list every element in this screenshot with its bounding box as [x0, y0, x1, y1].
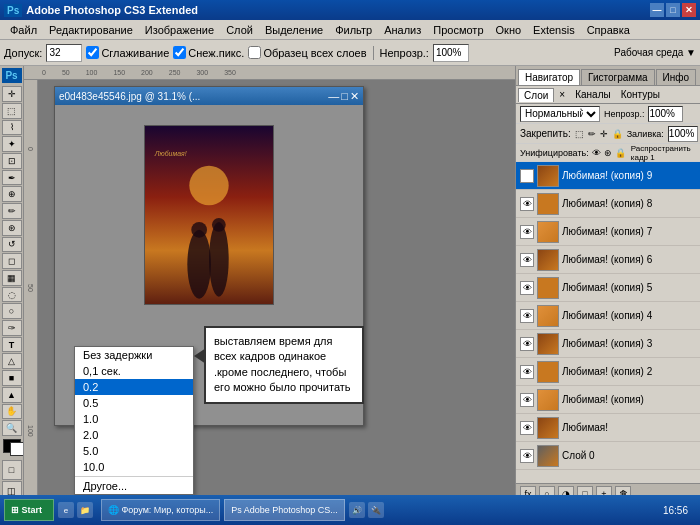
tool-gradient[interactable]: ▦ [2, 270, 22, 286]
unify-icon2[interactable]: ⊛ [604, 148, 612, 158]
time-10[interactable]: 1.0 [75, 411, 193, 427]
minimize-button[interactable]: — [650, 3, 664, 17]
menu-window[interactable]: Окно [490, 22, 528, 38]
unify-icon1[interactable]: 👁 [592, 148, 601, 158]
taskbar-ps-btn[interactable]: Ps Adobe Photoshop CS... [224, 499, 345, 521]
menu-select[interactable]: Выделение [259, 22, 329, 38]
tool-healing[interactable]: ⊕ [2, 186, 22, 202]
contiguous-check[interactable]: Снеж.пикс. [173, 46, 244, 59]
tool-crop[interactable]: ⊡ [2, 153, 22, 169]
layer-visibility-icon[interactable]: 👁 [520, 309, 534, 323]
time-50[interactable]: 5.0 [75, 443, 193, 459]
time-20[interactable]: 2.0 [75, 427, 193, 443]
layer-row[interactable]: 👁Любимая! (копия) 3 [516, 330, 700, 358]
tool-path[interactable]: △ [2, 353, 22, 369]
menu-file[interactable]: Файл [4, 22, 43, 38]
menu-extensis[interactable]: Extensis [527, 22, 581, 38]
tool-magic-wand[interactable]: ✦ [2, 136, 22, 152]
time-05[interactable]: 0.5 [75, 395, 193, 411]
doc-max-btn[interactable]: □ [341, 90, 348, 103]
tool-clone[interactable]: ⊛ [2, 220, 22, 236]
menu-edit[interactable]: Редактирование [43, 22, 139, 38]
tool-3d[interactable]: ▲ [2, 387, 22, 403]
background-color[interactable] [10, 442, 24, 456]
layer-visibility-icon[interactable]: 👁 [520, 253, 534, 267]
layer-visibility-icon[interactable]: 👁 [520, 365, 534, 379]
layer-visibility-icon[interactable]: 👁 [520, 169, 534, 183]
menu-analysis[interactable]: Анализ [378, 22, 427, 38]
layer-visibility-icon[interactable]: 👁 [520, 421, 534, 435]
layer-row[interactable]: 👁Слой 0 [516, 442, 700, 470]
blend-mode-select[interactable]: Нормальный [520, 106, 600, 122]
lock-transparent-icon[interactable]: ⬚ [575, 129, 584, 139]
tool-shape[interactable]: ■ [2, 370, 22, 386]
folder-icon[interactable]: 📁 [77, 502, 93, 518]
tool-brush[interactable]: ✏ [2, 203, 22, 219]
tab-channels-label[interactable]: Каналы [570, 88, 616, 101]
sample-check[interactable]: Образец всех слоев [248, 46, 366, 59]
time-dropdown-menu[interactable]: Без задержки 0,1 сек. 0.2 0.5 1.0 2.0 5.… [74, 346, 194, 495]
menu-view[interactable]: Просмотр [427, 22, 489, 38]
tool-lasso[interactable]: ⌇ [2, 120, 22, 136]
layer-row[interactable]: 👁Любимая! (копия) 4 [516, 302, 700, 330]
tool-move[interactable]: ✛ [2, 86, 22, 102]
tab-info[interactable]: Инфо [656, 69, 697, 85]
foreground-color[interactable] [3, 439, 21, 453]
layer-row[interactable]: 👁Любимая! (копия) 6 [516, 246, 700, 274]
close-button[interactable]: ✕ [682, 3, 696, 17]
lock-paint-icon[interactable]: ✏ [588, 129, 596, 139]
document-window-controls[interactable]: — □ ✕ [328, 90, 359, 103]
tool-history[interactable]: ↺ [2, 237, 22, 253]
time-other[interactable]: Другое... [75, 478, 193, 494]
menu-help[interactable]: Справка [581, 22, 636, 38]
tool-text[interactable]: T [2, 337, 22, 353]
tab-layers[interactable]: Слои [518, 88, 554, 102]
title-bar-controls[interactable]: — □ ✕ [650, 3, 696, 17]
tab-histogram[interactable]: Гистограмма [581, 69, 655, 85]
doc-close-btn[interactable]: ✕ [350, 90, 359, 103]
layer-row[interactable]: 👁Любимая! (копия) 2 [516, 358, 700, 386]
standard-mode[interactable]: □ [2, 460, 22, 480]
layer-visibility-icon[interactable]: 👁 [520, 337, 534, 351]
tool-eyedropper[interactable]: ✒ [2, 170, 22, 186]
tool-dodge[interactable]: ○ [2, 303, 22, 319]
layer-row[interactable]: 👁Любимая! (копия) [516, 386, 700, 414]
smoothing-check[interactable]: Сглаживание [86, 46, 169, 59]
layer-visibility-icon[interactable]: 👁 [520, 393, 534, 407]
layer-row[interactable]: 👁Любимая! [516, 414, 700, 442]
layer-row[interactable]: 👁Любимая! (копия) 7 [516, 218, 700, 246]
layer-row[interactable]: 👁Любимая! (копия) 9 [516, 162, 700, 190]
canvas-image[interactable]: Любимая! [144, 125, 274, 305]
menu-filter[interactable]: Фильтр [329, 22, 378, 38]
tolerance-input[interactable] [46, 44, 82, 62]
maximize-button[interactable]: □ [666, 3, 680, 17]
time-100[interactable]: 10.0 [75, 459, 193, 475]
menu-layer[interactable]: Слой [220, 22, 259, 38]
opacity-input[interactable] [433, 44, 469, 62]
taskbar-start[interactable]: ⊞ Start [4, 499, 54, 521]
tab-navigator[interactable]: Навигатор [518, 69, 580, 85]
tool-eraser[interactable]: ◻ [2, 253, 22, 269]
layer-visibility-icon[interactable]: 👁 [520, 225, 534, 239]
layer-visibility-icon[interactable]: 👁 [520, 449, 534, 463]
doc-min-btn[interactable]: — [328, 90, 339, 103]
fill-value[interactable] [668, 126, 698, 142]
opacity-value[interactable] [648, 106, 683, 122]
taskbar-forum-btn[interactable]: 🌐 Форум: Мир, которы... [101, 499, 220, 521]
menu-image[interactable]: Изображение [139, 22, 220, 38]
layer-visibility-icon[interactable]: 👁 [520, 197, 534, 211]
time-02[interactable]: 0.2 [75, 379, 193, 395]
layer-row[interactable]: 👁Любимая! (копия) 8 [516, 190, 700, 218]
layers-list[interactable]: 👁Любимая! (копия) 9👁Любимая! (копия) 8👁Л… [516, 162, 700, 483]
unify-icon3[interactable]: 🔒 [615, 148, 626, 158]
tab-channels[interactable]: × [554, 88, 570, 101]
lock-move-icon[interactable]: ✛ [600, 129, 608, 139]
tool-selection[interactable]: ⬚ [2, 103, 22, 119]
tool-pen[interactable]: ✑ [2, 320, 22, 336]
time-no-delay[interactable]: Без задержки [75, 347, 193, 363]
tool-hand[interactable]: ✋ [2, 404, 22, 420]
tool-blur[interactable]: ◌ [2, 287, 22, 303]
time-01sec[interactable]: 0,1 сек. [75, 363, 193, 379]
layer-row[interactable]: 👁Любимая! (копия) 5 [516, 274, 700, 302]
tab-paths[interactable]: Контуры [616, 88, 665, 101]
